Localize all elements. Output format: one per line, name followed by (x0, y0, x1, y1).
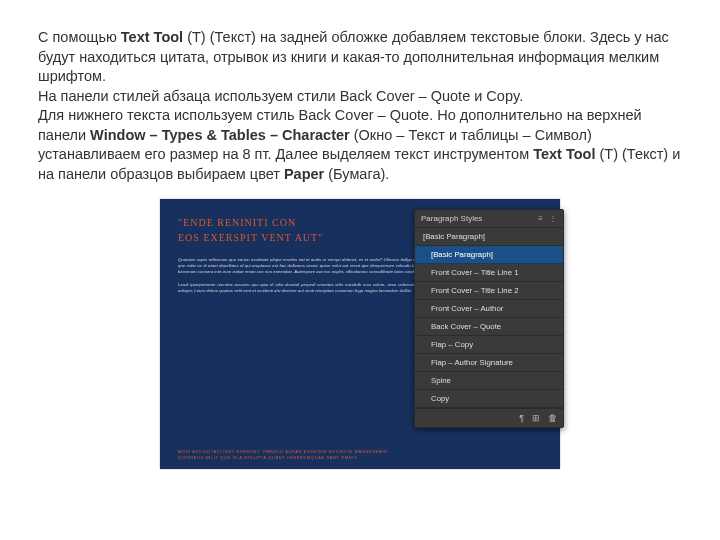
style-row[interactable]: Copy (415, 390, 563, 408)
cover-bottom-note: MODI ACCUSITATI INST EVERUNT. OMNOLU AUR… (178, 449, 546, 460)
style-row[interactable]: Flap – Author Signature (415, 354, 563, 372)
style-row[interactable]: Spine (415, 372, 563, 390)
panel-title: Paragraph Styles (421, 214, 482, 223)
style-row[interactable]: Front Cover – Title Line 2 (415, 282, 563, 300)
panel-menu-icon[interactable]: ≡ (538, 214, 543, 223)
clear-override-icon[interactable]: ¶ (519, 413, 524, 423)
new-style-icon[interactable]: ⊞ (532, 413, 540, 423)
style-row[interactable]: Flap – Copy (415, 336, 563, 354)
style-row[interactable]: Back Cover – Quote (415, 318, 563, 336)
panel-footer: ¶ ⊞ 🗑 (415, 408, 563, 427)
trash-icon[interactable]: 🗑 (548, 413, 557, 423)
panel-more-icon[interactable]: ⋮ (549, 214, 557, 223)
style-row[interactable]: Front Cover – Title Line 1 (415, 264, 563, 282)
panel-header: Paragraph Styles ≡ ⋮ (415, 210, 563, 228)
style-row[interactable]: [Basic Paragraph] (415, 228, 563, 246)
paragraph-2: На панели стилей абзаца используем стили… (38, 87, 682, 107)
style-list: [Basic Paragraph][Basic Paragraph]Front … (415, 228, 563, 408)
paragraph-styles-panel[interactable]: Paragraph Styles ≡ ⋮ [Basic Paragraph][B… (414, 209, 564, 428)
style-row[interactable]: [Basic Paragraph] (415, 246, 563, 264)
style-row[interactable]: Front Cover – Author (415, 300, 563, 318)
screenshot-figure: "ENDE RENINITI CON EOS EXERSPIT VENT AUT… (160, 199, 560, 469)
paragraph-1: С помощью Text Tool (T) (Текст) на задне… (38, 28, 682, 87)
paragraph-3: Для нижнего текста используем стиль Back… (38, 106, 682, 184)
tutorial-text: С помощью Text Tool (T) (Текст) на задне… (38, 28, 682, 185)
